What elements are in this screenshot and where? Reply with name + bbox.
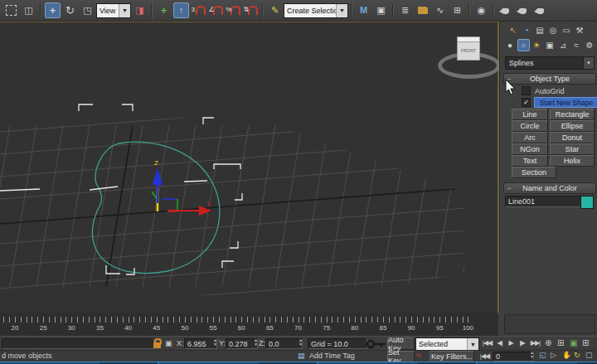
select-rotate-icon[interactable]: ↻ xyxy=(62,2,78,18)
rectangular-selection-region-icon[interactable] xyxy=(3,2,19,18)
geometry-category-icon[interactable]: ● xyxy=(504,39,517,51)
selection-lock-icon[interactable] xyxy=(153,342,161,348)
snaps-toggle-icon[interactable]: ↑ xyxy=(173,2,189,18)
cameras-category-icon[interactable]: ▣ xyxy=(544,39,556,51)
object-type-rollout-header[interactable]: −Object Type xyxy=(503,73,596,85)
set-key-button[interactable]: Set Key xyxy=(387,351,415,362)
shapes-category-icon[interactable]: ○ xyxy=(517,39,530,51)
key-filters-button[interactable]: Key Filters... xyxy=(430,351,474,362)
timeline-tick xyxy=(275,317,276,323)
modify-tab-icon[interactable]: ◔ xyxy=(521,24,533,36)
spline-category-combo[interactable]: Splines ▼ xyxy=(505,56,595,70)
pan-hand-icon[interactable]: ✋ xyxy=(562,351,571,359)
circle-button[interactable]: Circle xyxy=(512,120,548,132)
star-button[interactable]: Star xyxy=(550,143,595,155)
reference-coordinate-system-combo[interactable]: View ▼ xyxy=(96,3,131,18)
systems-category-icon[interactable]: ⚙ xyxy=(584,39,596,51)
arc-button[interactable]: Arc xyxy=(512,132,548,143)
helix-button[interactable]: Helix xyxy=(550,155,595,167)
material-editor-icon[interactable]: ◉ xyxy=(473,2,489,18)
layer-manager-icon[interactable]: ≣ xyxy=(397,2,413,18)
spinner-snap-icon[interactable]: ⇅ xyxy=(243,2,259,18)
section-button[interactable]: Section xyxy=(512,167,556,178)
set-keys-key-icon[interactable] xyxy=(366,339,387,349)
select-move-icon[interactable]: + xyxy=(45,2,61,18)
display-tab-icon[interactable]: ▭ xyxy=(561,24,573,36)
z-spinner[interactable]: ▲▼ xyxy=(298,338,303,347)
object-color-swatch[interactable] xyxy=(580,196,594,209)
next-frame-button[interactable]: |▶ xyxy=(517,337,527,348)
viewcube[interactable]: FRONT xyxy=(457,41,480,61)
mirror-icon[interactable]: M xyxy=(356,2,371,18)
start-new-shape-checkbox[interactable]: ✓ xyxy=(522,98,531,107)
timeline-tick xyxy=(32,317,32,323)
scene-explorer-icon[interactable] xyxy=(415,2,430,18)
zoom-extents-icon[interactable]: ▣ xyxy=(570,338,577,347)
render-setup-icon[interactable] xyxy=(498,2,513,18)
lights-category-icon[interactable]: ☀ xyxy=(531,39,543,51)
time-tag-icon[interactable]: ▤ xyxy=(298,352,305,360)
object-name-field[interactable]: Line001 xyxy=(505,196,583,207)
pan-icon[interactable]: ▷ xyxy=(551,351,556,359)
add-time-tag-label[interactable]: Add Time Tag xyxy=(309,352,355,360)
key-mode-toggle[interactable]: |◀◀ xyxy=(478,351,491,362)
schematic-view-icon[interactable]: ⊞ xyxy=(449,2,465,18)
named-selection-set-combo[interactable]: Create Selection Se ▼ xyxy=(284,3,348,18)
create-tab-icon[interactable]: ↖ xyxy=(507,24,520,36)
utilities-tab-icon[interactable]: ⚒ xyxy=(574,24,586,36)
x-spinner[interactable]: ▲▼ xyxy=(212,338,218,347)
ngon-button[interactable]: NGon xyxy=(512,143,548,155)
orbit-icon[interactable]: ↻ xyxy=(574,351,580,359)
align-icon[interactable]: ▣ xyxy=(373,2,389,18)
chevron-down-icon[interactable]: ▼ xyxy=(119,4,130,17)
start-new-shape-button[interactable]: Start New Shape xyxy=(534,97,597,108)
select-and-manipulate-icon[interactable]: + xyxy=(156,2,172,18)
zoom-all-icon[interactable]: ⊞ xyxy=(557,338,564,347)
angle-snap-icon[interactable]: ∠ xyxy=(208,2,224,18)
donut-button[interactable]: Donut xyxy=(550,132,595,143)
play-button[interactable]: ▶ xyxy=(507,337,515,348)
timeline-frame-label: 45 xyxy=(150,324,163,332)
current-frame-field[interactable]: 0 xyxy=(493,352,534,362)
helpers-category-icon[interactable]: ⊿ xyxy=(557,39,570,51)
text-button[interactable]: Text xyxy=(512,155,548,167)
rectangle-button[interactable]: Rectangle xyxy=(550,109,595,120)
timeline-tick xyxy=(349,317,350,323)
go-to-end-button[interactable]: ▶▶| xyxy=(529,337,541,348)
edit-named-selection-sets-icon[interactable]: ✎ xyxy=(267,2,283,18)
select-scale-icon[interactable]: ◳ xyxy=(80,2,95,18)
chevron-down-icon[interactable]: ▼ xyxy=(467,338,478,350)
timeline-tick xyxy=(49,317,50,323)
perspective-viewport[interactable]: Zx FRONT xyxy=(0,22,499,314)
use-pivot-point-center-icon[interactable]: ◨ xyxy=(132,2,148,18)
frame-spinner[interactable]: ▲▼ xyxy=(529,351,535,360)
chevron-down-icon[interactable]: ▼ xyxy=(583,57,594,69)
viewport-canvas[interactable]: Zx xyxy=(0,22,498,313)
render-production-icon[interactable] xyxy=(532,2,548,18)
percent-snap-icon[interactable]: % xyxy=(226,2,241,18)
snap-3d-icon[interactable]: 3 xyxy=(191,2,206,18)
line-button[interactable]: Line xyxy=(512,109,548,120)
go-to-start-button[interactable]: |◀◀ xyxy=(481,337,493,348)
hierarchy-tab-icon[interactable]: ▤ xyxy=(534,24,546,36)
rendered-frame-window-icon[interactable] xyxy=(515,2,531,18)
window-crossing-icon[interactable]: ◫ xyxy=(21,2,36,18)
zoom-icon[interactable]: ⊕ xyxy=(545,338,551,347)
motion-tab-icon[interactable]: ◎ xyxy=(547,24,560,36)
y-spinner[interactable]: ▲▼ xyxy=(253,338,259,347)
selection-set-filter-combo[interactable]: Selected ▼ xyxy=(415,337,479,351)
absolute-offset-toggle-icon[interactable]: ▣ xyxy=(165,339,172,347)
zoom-region-icon[interactable]: ◱ xyxy=(539,351,546,359)
set-key-curve-icon[interactable]: ∿ xyxy=(415,351,422,359)
autogrid-checkbox[interactable] xyxy=(522,86,531,95)
status-prompt-field[interactable] xyxy=(2,338,154,349)
maximize-viewport-icon[interactable]: ▢ xyxy=(585,351,593,359)
chevron-down-icon[interactable]: ▼ xyxy=(336,4,347,17)
spacewarps-category-icon[interactable]: ≈ xyxy=(570,39,583,51)
previous-frame-button[interactable]: ◀| xyxy=(495,337,504,348)
name-and-color-rollout-header[interactable]: −Name and Color xyxy=(503,182,596,194)
curve-editor-icon[interactable]: ∿ xyxy=(432,2,448,18)
zoom-extents-all-icon[interactable]: ⊞ xyxy=(582,338,589,347)
track-bar-timeline[interactable]: 20253035404550556065707580859095100 xyxy=(0,313,498,337)
ellipse-button[interactable]: Ellipse xyxy=(550,120,595,132)
